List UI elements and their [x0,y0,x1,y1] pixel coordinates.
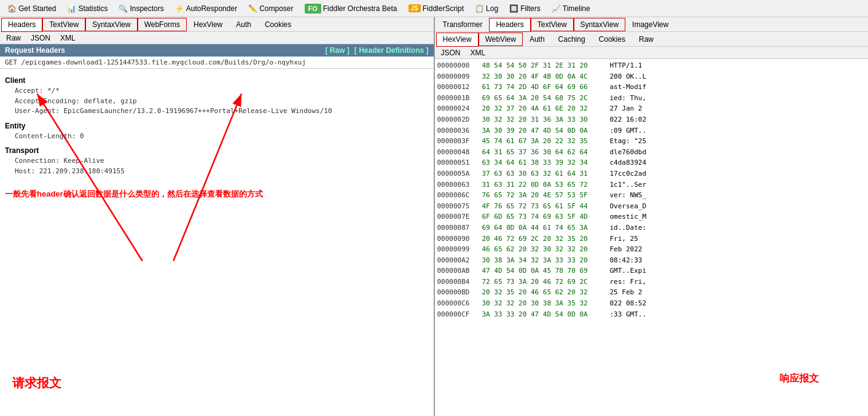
nav-filters[interactable]: 🔲 Filters [504,2,545,15]
hex-address: 00000009 [437,71,477,82]
tab-imageview-right[interactable]: ImageView [625,18,675,31]
subtab-raw-left[interactable]: Raw [1,33,26,44]
statistics-icon: 📊 [67,4,76,13]
hex-row: 000000B472 65 73 3A 20 46 72 69 2Cres: F… [437,277,866,288]
hex-row: 0000002D30 32 32 20 31 36 3A 33 30022 16… [437,114,866,125]
tab-auth-left[interactable]: Auth [229,18,258,31]
hex-row: 0000003F45 74 61 67 3A 20 22 32 35Etag: … [437,136,866,147]
tab-textview-right[interactable]: TextView [531,18,574,31]
tab-webforms-left[interactable]: WebForms [138,18,187,31]
hex-address: 000000AB [437,265,477,277]
hex-view-content: 0000000048 54 54 50 2F 31 2E 31 20HTTP/1… [435,59,869,416]
hex-row: 0000005163 34 64 61 38 33 39 32 34c4da83… [437,157,866,168]
hex-row: 0000001B69 65 64 3A 20 54 68 75 2Cied: T… [437,93,866,104]
hex-ascii: Oversea_D [610,201,647,212]
hex-ascii: 022 08:52 [610,298,647,309]
hex-bytes: 76 65 72 3A 20 4E 57 53 5F [482,190,605,201]
subtab-xml-left[interactable]: XML [55,33,80,44]
hex-address: 0000006C [437,190,477,201]
hex-bytes: 20 32 35 20 46 65 62 20 32 [482,287,605,298]
tab-headers-right[interactable]: Headers [489,18,530,32]
hex-address: 0000001B [437,93,477,104]
hex-ascii: Etag: "25 [610,136,647,147]
hex-ascii: 022 16:02 [610,114,647,125]
tab-textview-left[interactable]: TextView [42,18,85,31]
request-url: GET /epicgames-download1-1251447533.file… [0,57,434,69]
fo-icon: FO [305,4,321,14]
subtab-xml-right[interactable]: XML [466,47,491,58]
autoresponder-icon: ⚡ [175,4,184,13]
hex-row: 000000AB47 4D 54 0D 0A 45 78 70 69GMT..E… [437,265,866,277]
right-panel: Transformer Headers TextView SyntaxView … [435,17,869,416]
tab-hexview-right[interactable]: HexView [436,33,479,47]
hex-ascii: id..Date: [610,222,647,234]
hex-bytes: 32 30 30 20 4F 4B 0D 0A 4C [482,71,605,82]
tab-syntaxview-left[interactable]: SyntaxView [85,18,137,31]
hex-row: 000000C630 32 32 20 30 38 3A 35 32022 08… [437,298,866,309]
hex-address: 0000003F [437,136,477,147]
hex-row: 0000002420 32 37 20 4A 61 6E 20 32 27 Ja… [437,103,866,114]
nav-autoresponder[interactable]: ⚡ AutoResponder [170,2,242,15]
tab-auth-right[interactable]: Auth [523,33,552,46]
hex-row: 0000009020 46 72 69 2C 20 32 35 20 Fri, … [437,234,866,245]
hex-ascii: ied: Thu, [610,93,647,104]
subtab-json-left[interactable]: JSON [26,33,55,44]
tab-cookies-left[interactable]: Cookies [258,18,298,31]
nav-log[interactable]: 📋 Log [470,2,503,15]
hex-ascii: res: Fri, [610,277,647,288]
hex-row: 0000000048 54 54 50 2F 31 2E 31 20HTTP/1… [437,60,866,71]
hex-row: 000000363A 30 39 20 47 4D 54 0D 0A:09 GM… [437,125,866,136]
hex-ascii: Feb 2022 [610,244,643,255]
nav-inspectors[interactable]: 🔍 Inspectors [114,2,168,15]
tab-webview-right[interactable]: WebView [479,33,523,46]
headers-content-area: Client Accept: */* Accept-Encoding: defl… [0,69,434,416]
nav-get-started[interactable]: 🏠 Get Started [2,2,61,15]
left-content: Request Headers [ Raw ] [ Header Definit… [0,44,434,416]
main-content: Headers TextView SyntaxView WebForms Hex… [0,17,868,416]
hex-bytes: 72 65 73 3A 20 46 72 69 2C [482,277,605,288]
hex-bytes: 3A 33 33 20 47 4D 54 0D 0A [482,309,605,320]
hex-row: 000000A230 38 3A 34 32 3A 33 33 2008:42:… [437,255,866,266]
hex-bytes: 30 32 32 20 30 38 3A 35 32 [482,298,605,309]
hex-bytes: 30 38 3A 34 32 3A 33 33 20 [482,255,605,266]
raw-link[interactable]: [ Raw ] [325,46,349,55]
nav-statistics[interactable]: 📊 Statistics [62,2,112,15]
hex-address: 000000B4 [437,277,477,288]
tab-caching-right[interactable]: Caching [552,33,592,46]
tab-raw-right[interactable]: Raw [632,33,660,46]
hex-address: 000000C6 [437,298,477,309]
hex-ascii: 25 Feb 2 [610,287,643,298]
nav-timeline[interactable]: 📈 Timeline [547,2,595,15]
section-client: Client [5,76,429,85]
hex-address: 0000007E [437,211,477,222]
hex-bytes: 20 32 37 20 4A 61 6E 20 32 [482,103,605,114]
hex-ascii: ast-Modif [610,82,647,93]
nav-composer[interactable]: ✏️ Composer [243,2,298,15]
header-defs-link[interactable]: [ Header Definitions ] [354,46,429,55]
tab-cookies-right[interactable]: Cookies [592,33,632,46]
subtab-json-right[interactable]: JSON [436,47,466,58]
nav-fiddler-orchestra[interactable]: FO Fiddler Orchestra Beta [300,2,402,15]
hex-address: 00000075 [437,201,477,212]
tab-transformer-right[interactable]: Transformer [436,18,490,31]
nav-fiddlerscript[interactable]: JS FiddlerScript [404,2,469,15]
hex-address: 00000051 [437,157,477,168]
hex-ascii: :09 GMT.. [610,125,647,136]
hex-address: 000000A2 [437,255,477,266]
annotation-area: 一般先看header确认返回数据是什么类型的，然后在选择查看数据的方式 [5,189,429,200]
hex-address: 0000005A [437,168,477,179]
hex-address: 00000012 [437,82,477,93]
hex-ascii: c4da83924 [610,157,647,168]
log-icon: 📋 [475,4,484,13]
hex-row: 0000008769 64 0D 0A 44 61 74 65 3Aid..Da… [437,222,866,234]
tab-hexview-left[interactable]: HexView [187,18,229,31]
hex-bytes: 20 46 72 69 2C 20 32 35 20 [482,234,605,245]
tab-headers-left[interactable]: Headers [1,18,42,32]
tab-syntaxview-right[interactable]: SyntaxView [574,18,625,31]
section-entity: Entity [5,122,429,130]
hex-ascii: :33 GMT.. [610,309,647,320]
hex-bytes: 63 34 64 61 38 33 39 32 34 [482,157,605,168]
hex-ascii: 200 OK..L [610,71,647,82]
hex-row: 0000006331 63 31 22 0D 0A 53 65 721c1"..… [437,179,866,190]
hex-row: 0000005A37 63 63 30 63 32 61 64 3117cc0c… [437,168,866,179]
